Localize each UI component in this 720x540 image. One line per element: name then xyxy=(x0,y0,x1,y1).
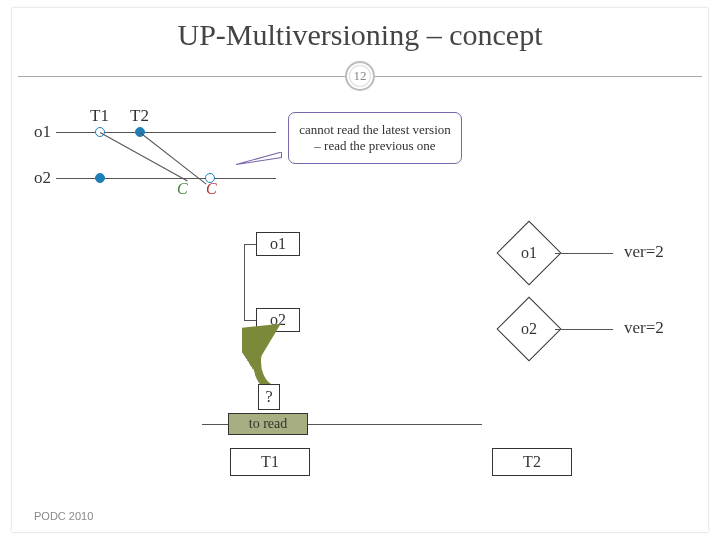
o1-box: o1 xyxy=(256,232,300,256)
tx-label-t1: T1 xyxy=(90,106,109,126)
o2-link xyxy=(555,329,613,330)
o2-diamond-label: o2 xyxy=(521,320,537,338)
bracket-vline xyxy=(244,244,245,320)
diag-t2 xyxy=(140,132,207,185)
callout-tail xyxy=(226,152,288,166)
commit-red: C xyxy=(206,180,217,198)
row-label-o2: o2 xyxy=(34,168,51,188)
o1-line xyxy=(56,132,276,133)
diag-t1 xyxy=(100,132,188,181)
to-read-box: to read xyxy=(228,413,308,435)
ver-label-2: ver=2 xyxy=(624,318,664,338)
slide-number-badge: 12 xyxy=(345,61,375,91)
question-box: ? xyxy=(258,384,280,410)
title-divider: 12 xyxy=(18,76,702,77)
slide-title: UP-Multiversioning – concept xyxy=(12,8,708,52)
callout-note: cannot read the latest version – read th… xyxy=(288,112,462,164)
t2-box: T2 xyxy=(492,448,572,476)
o1-diamond-label: o1 xyxy=(521,244,537,262)
ver-label-1: ver=2 xyxy=(624,242,664,262)
o2-line xyxy=(56,178,276,179)
footer-text: PODC 2010 xyxy=(34,510,93,522)
o1-link xyxy=(555,253,613,254)
commit-green: C xyxy=(177,180,188,198)
timeline-area: o1 o2 T1 T2 C C cannot read the latest v… xyxy=(12,126,708,246)
node-o2-t1 xyxy=(95,173,105,183)
tx-label-t2: T2 xyxy=(130,106,149,126)
row-label-o1: o1 xyxy=(34,122,51,142)
read-arrow xyxy=(242,322,312,392)
t1-box: T1 xyxy=(230,448,310,476)
